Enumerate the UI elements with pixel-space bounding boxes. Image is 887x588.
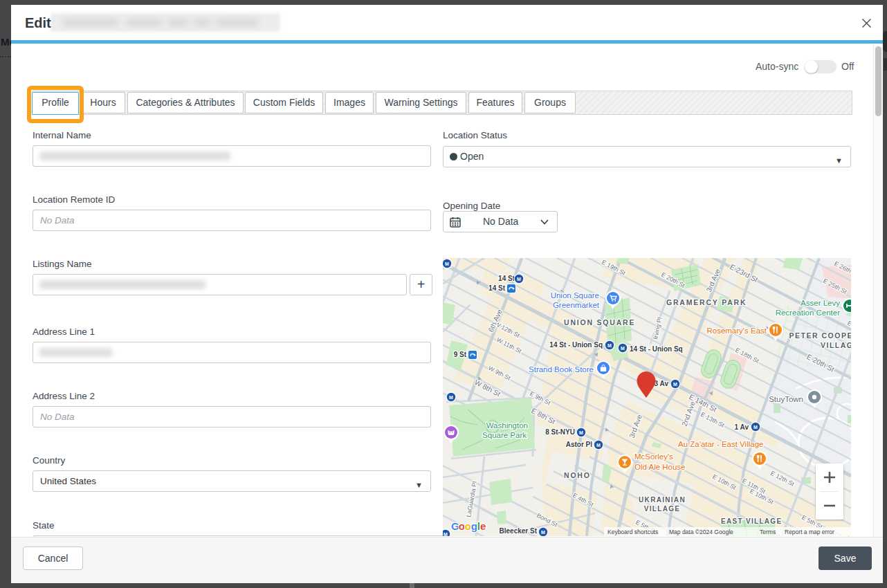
svg-text:McSorley's: McSorley's — [634, 452, 673, 461]
svg-text:M: M — [596, 443, 601, 448]
svg-text:GRAMERCY PARK: GRAMERCY PARK — [666, 298, 747, 306]
svg-text:Report a map error: Report a map error — [785, 529, 834, 535]
svg-text:M: M — [673, 382, 677, 387]
svg-text:o: o — [459, 520, 465, 532]
svg-text:Square Park: Square Park — [482, 431, 527, 439]
svg-text:8 St-NYU: 8 St-NYU — [545, 428, 575, 436]
svg-text:Old Ale House: Old Ale House — [634, 463, 686, 471]
svg-text:g: g — [471, 520, 477, 532]
svg-text:PETER COOPER: PETER COOPER — [789, 331, 851, 340]
svg-text:1 Av: 1 Av — [735, 423, 749, 431]
svg-text:Terms: Terms — [760, 529, 776, 535]
svg-text:14 St: 14 St — [488, 284, 506, 292]
svg-text:Asser Levy: Asser Levy — [801, 299, 840, 307]
svg-text:14 St: 14 St — [498, 275, 515, 282]
svg-text:M: M — [517, 277, 521, 282]
svg-text:14 St - Union Sq: 14 St - Union Sq — [549, 341, 603, 349]
svg-text:Bleecker St: Bleecker St — [500, 527, 538, 535]
svg-text:o: o — [465, 520, 471, 532]
svg-text:M: M — [445, 261, 449, 266]
svg-text:9 St: 9 St — [454, 351, 467, 358]
svg-text:3 Av: 3 Av — [655, 380, 669, 387]
svg-text:UKRAINIAN: UKRAINIAN — [639, 496, 686, 504]
svg-text:NOHO: NOHO — [564, 471, 591, 479]
svg-text:M: M — [579, 430, 583, 435]
svg-text:Washington: Washington — [486, 421, 528, 430]
svg-text:Keyboard shortcuts: Keyboard shortcuts — [607, 529, 658, 535]
svg-text:StuyTown: StuyTown — [769, 395, 803, 403]
svg-text:Astor Pl: Astor Pl — [566, 441, 593, 448]
svg-text:Rosemary's East: Rosemary's East — [706, 327, 767, 335]
svg-text:VILLAGE: VILLAGE — [821, 341, 851, 349]
svg-text:M: M — [541, 530, 545, 535]
svg-text:EAST VILLAGE: EAST VILLAGE — [721, 517, 782, 525]
svg-text:Map data ©2024 Google: Map data ©2024 Google — [669, 529, 733, 535]
svg-text:M: M — [444, 532, 448, 536]
svg-text:14 St - Union Sq: 14 St - Union Sq — [630, 345, 683, 353]
svg-text:Greenmarket: Greenmarket — [553, 301, 600, 309]
svg-text:M: M — [449, 395, 453, 400]
svg-text:Au Za'atar - East Village: Au Za'atar - East Village — [678, 440, 763, 448]
svg-text:M: M — [621, 346, 625, 351]
svg-text:UNION SQUARE: UNION SQUARE — [564, 318, 635, 327]
svg-text:Union Square: Union Square — [551, 291, 599, 300]
svg-text:Recreation Center: Recreation Center — [776, 309, 840, 317]
svg-text:M: M — [753, 425, 758, 430]
svg-text:Strand Book Store: Strand Book Store — [529, 365, 594, 374]
svg-text:e: e — [480, 520, 486, 532]
svg-text:M: M — [607, 343, 612, 348]
svg-text:VILLAGE: VILLAGE — [644, 505, 680, 513]
